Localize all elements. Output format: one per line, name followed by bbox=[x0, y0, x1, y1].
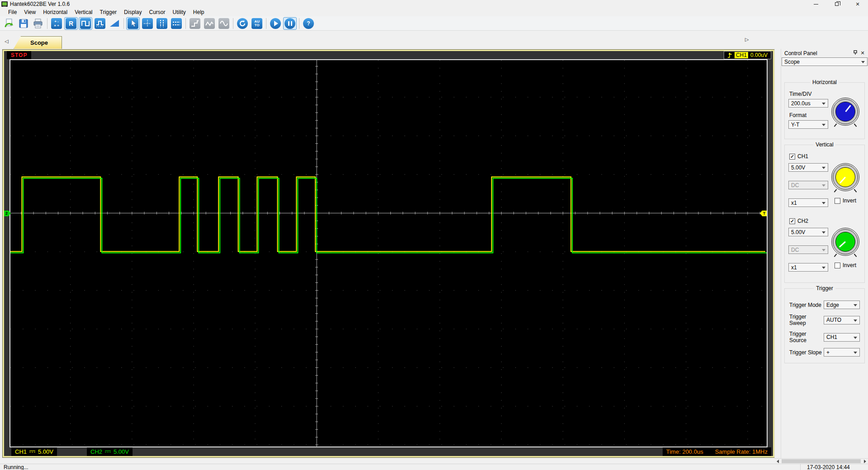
ch1-coupling-select[interactable]: DC bbox=[788, 181, 828, 189]
menu-file[interactable]: File bbox=[5, 9, 20, 16]
trigger-group: Trigger Trigger Mode Edge Trigger Sweep … bbox=[784, 288, 865, 363]
menu-vertical[interactable]: Vertical bbox=[71, 9, 96, 16]
minimize-icon bbox=[814, 4, 818, 5]
reference-wave-button[interactable]: R bbox=[64, 17, 78, 30]
auto-button[interactable]: AUTO bbox=[250, 17, 264, 30]
trigger-slope-select[interactable]: + bbox=[824, 348, 860, 357]
pointer-icon bbox=[128, 18, 138, 29]
trigger-channel-chip: CH1 bbox=[735, 52, 748, 58]
step-signal-button[interactable] bbox=[188, 17, 202, 30]
ch2-invert-checkbox[interactable]: ✓ bbox=[835, 263, 840, 268]
ch2-level-marker[interactable]: 2 bbox=[4, 211, 11, 216]
chevron-down-icon bbox=[822, 202, 825, 204]
trigger-sweep-select[interactable]: AUTO bbox=[824, 316, 860, 324]
scroll-left-icon[interactable] bbox=[774, 459, 781, 464]
scrollbar-track[interactable] bbox=[781, 459, 862, 464]
panel-divider-scrollbar[interactable] bbox=[774, 49, 781, 458]
timediv-select[interactable]: 200.0us bbox=[788, 99, 828, 108]
pause-button[interactable] bbox=[283, 17, 297, 30]
play-button[interactable] bbox=[269, 17, 282, 30]
scroll-right-icon[interactable] bbox=[862, 459, 868, 464]
timediv-label: Time/DIV bbox=[789, 91, 830, 97]
wave-edge-button[interactable] bbox=[93, 17, 107, 30]
help-button[interactable]: ? bbox=[302, 17, 315, 30]
menu-trigger[interactable]: Trigger bbox=[96, 9, 121, 16]
ch2-enable-checkbox[interactable]: ✓ bbox=[789, 218, 795, 224]
ch2-label: CH2 bbox=[797, 218, 808, 224]
pin-icon[interactable] bbox=[852, 50, 859, 56]
dc-coupling-icon bbox=[29, 451, 35, 452]
control-panel: Control Panel ✕ Scope Horizontal Time/DI… bbox=[781, 49, 868, 458]
sample-rate: Sample Rate: 1MHz bbox=[715, 448, 768, 455]
ch2-probe-select[interactable]: x1 bbox=[788, 263, 828, 272]
ch2-position-knob[interactable] bbox=[831, 228, 859, 256]
horizontal-scrollbar[interactable] bbox=[774, 458, 868, 464]
status-bar: Running... 17-03-2020 14:44 bbox=[0, 464, 868, 470]
math-button[interactable]: + -× ÷ bbox=[50, 17, 63, 30]
refresh-button[interactable] bbox=[236, 17, 249, 30]
menu-help[interactable]: Help bbox=[190, 9, 208, 16]
close-button[interactable]: ✕ bbox=[847, 0, 868, 8]
sine-signal-button[interactable] bbox=[217, 17, 231, 30]
menu-view[interactable]: View bbox=[20, 9, 39, 16]
toolbar: + -× ÷ R bbox=[0, 16, 868, 31]
print-icon bbox=[33, 18, 43, 29]
step-signal-icon bbox=[190, 18, 200, 29]
pause-icon bbox=[285, 18, 295, 29]
tab-scope[interactable]: Scope bbox=[14, 36, 62, 49]
ch1-probe-select[interactable]: x1 bbox=[788, 198, 828, 207]
ch2-coupling-select[interactable]: DC bbox=[788, 245, 828, 254]
menu-utility[interactable]: Utility bbox=[169, 9, 189, 16]
ch1-scale-readout: CH1 5.00V bbox=[11, 447, 57, 456]
trigger-readout: CH1 0.00uV bbox=[724, 51, 771, 59]
application-window: Hantek6022BE Ver 1.0.6 ✕ File View Horiz… bbox=[0, 0, 868, 470]
ch1-volts-select[interactable]: 5.00V bbox=[788, 163, 828, 172]
trigger-mode-select[interactable]: Edge bbox=[824, 301, 860, 309]
ch2-volts-select[interactable]: 5.00V bbox=[788, 228, 828, 236]
cross-cursor-icon bbox=[142, 18, 153, 29]
ch1-invert-checkbox[interactable]: ✓ bbox=[835, 198, 840, 204]
ramp-button[interactable] bbox=[108, 17, 121, 30]
chevron-down-icon bbox=[822, 124, 825, 126]
format-select[interactable]: Y-T bbox=[788, 120, 828, 129]
square-wave-button[interactable] bbox=[79, 17, 92, 30]
app-icon bbox=[1, 1, 8, 7]
ch1-enable-checkbox[interactable]: ✓ bbox=[789, 154, 795, 160]
status-datetime: 17-03-2020 14:44 bbox=[800, 464, 868, 470]
restore-button[interactable] bbox=[826, 0, 847, 8]
stop-indicator: STOP bbox=[7, 51, 31, 59]
ch1-position-knob[interactable] bbox=[831, 163, 859, 191]
ch2-controls: ✓ CH2 5.00V DC x1 bbox=[788, 218, 861, 276]
save-button[interactable] bbox=[17, 17, 30, 30]
panel-mode-select[interactable]: Scope bbox=[782, 57, 868, 66]
vertical-group-title: Vertical bbox=[813, 141, 835, 148]
sine-signal-icon bbox=[218, 18, 229, 29]
menu-bar: File View Horizontal Vertical Trigger Di… bbox=[0, 8, 868, 16]
menu-cursor[interactable]: Cursor bbox=[145, 9, 169, 16]
scrollbar-thumb[interactable] bbox=[782, 459, 861, 463]
zigzag-signal-button[interactable] bbox=[203, 17, 216, 30]
trigger-group-title: Trigger bbox=[814, 285, 835, 291]
dc-coupling-icon bbox=[105, 451, 111, 452]
square-wave-icon bbox=[80, 18, 91, 29]
open-file-button[interactable] bbox=[2, 17, 16, 30]
bottom-filler bbox=[0, 458, 774, 464]
print-button[interactable] bbox=[31, 17, 45, 30]
chevron-down-icon bbox=[822, 103, 825, 105]
menu-horizontal[interactable]: Horizontal bbox=[39, 9, 71, 16]
chevron-down-icon bbox=[854, 352, 857, 354]
menu-display[interactable]: Display bbox=[120, 9, 145, 16]
trigger-slope-label: Trigger Slope bbox=[789, 349, 824, 356]
tab-scroll-right-icon[interactable]: ▷ bbox=[743, 37, 750, 42]
horizontal-cursors-button[interactable] bbox=[170, 17, 183, 30]
window-title: Hantek6022BE Ver 1.0.6 bbox=[10, 1, 70, 7]
close-panel-icon[interactable]: ✕ bbox=[859, 50, 866, 56]
vertical-cursors-button[interactable] bbox=[155, 17, 169, 30]
reference-wave-icon: R bbox=[66, 18, 76, 29]
minimize-button[interactable] bbox=[806, 0, 826, 8]
horizontal-position-knob[interactable] bbox=[831, 98, 859, 126]
trigger-source-select[interactable]: CH1 bbox=[824, 333, 860, 342]
tab-scroll-left-icon[interactable]: ◁ bbox=[3, 38, 10, 44]
cross-cursor-button[interactable] bbox=[141, 17, 154, 30]
pointer-button[interactable] bbox=[126, 17, 140, 30]
